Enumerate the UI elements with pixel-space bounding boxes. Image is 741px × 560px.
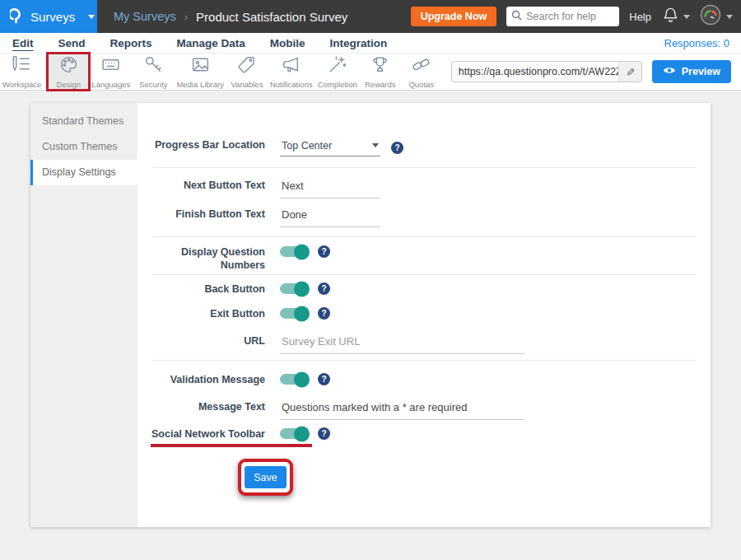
rewards-trophy-icon — [370, 54, 390, 78]
exit-url-label: URL — [137, 334, 265, 348]
toolbar-item-security[interactable]: Security — [133, 54, 174, 90]
product-menu-label: Surveys — [30, 10, 75, 24]
design-settings-card: Standard Themes Custom Themes Display Se… — [30, 103, 711, 527]
help-icon[interactable] — [318, 282, 330, 295]
variables-tag-icon — [236, 54, 257, 78]
section-divider — [152, 236, 696, 237]
help-icon[interactable] — [318, 307, 330, 320]
finish-button-text-row: Finish Button Text — [137, 208, 711, 227]
back-button-row: Back Button — [137, 282, 711, 296]
social-network-toolbar-label: Social Network Toolbar — [137, 427, 265, 441]
display-question-numbers-label: Display Question Numbers — [137, 245, 265, 272]
section-divider — [152, 274, 696, 275]
chevron-down-icon — [88, 15, 95, 19]
chevron-down-icon — [726, 15, 733, 19]
tab-edit[interactable]: Edit — [0, 37, 46, 49]
toggle-knob — [294, 426, 310, 441]
validation-message-label: Validation Message — [137, 373, 265, 386]
toolbar-item-workspace[interactable]: Workspace — [0, 54, 44, 90]
responses-count[interactable]: Responses: 0 — [664, 37, 741, 49]
notifications-bell-button[interactable] — [663, 7, 690, 26]
toolbar-separator — [45, 55, 46, 88]
toggle-knob — [294, 281, 310, 296]
toolbar-item-completion[interactable]: Completion — [315, 54, 360, 90]
tab-send[interactable]: Send — [46, 37, 98, 49]
exit-button-label: Exit Button — [137, 307, 265, 320]
preview-button[interactable]: Preview — [652, 60, 731, 83]
tab-integration[interactable]: Integration — [318, 37, 400, 49]
tab-mobile[interactable]: Mobile — [258, 37, 318, 49]
display-settings-form: Progress Bar Location Top Center Next Bu… — [137, 103, 711, 527]
validation-message-toggle[interactable] — [280, 374, 307, 385]
toggle-knob — [294, 306, 310, 321]
tab-reports[interactable]: Reports — [98, 37, 165, 49]
toolbar-item-label: Variables — [231, 80, 263, 89]
help-icon[interactable] — [318, 245, 330, 258]
toolbar-item-languages[interactable]: Languages — [89, 54, 133, 90]
toolbar-item-variables[interactable]: Variables — [226, 54, 268, 90]
save-button[interactable]: Save — [245, 466, 287, 488]
eye-icon — [663, 66, 676, 77]
toolbar-item-design[interactable]: Design — [48, 54, 89, 90]
bell-icon — [663, 7, 678, 26]
search-icon — [511, 9, 522, 24]
surveys-product-menu[interactable]: Surveys — [0, 0, 97, 33]
avatar-gauge-icon — [700, 4, 721, 29]
section-divider — [152, 167, 696, 168]
annotation-red-box-save: Save — [238, 459, 293, 496]
toolbar-item-rewards[interactable]: Rewards — [360, 54, 401, 90]
sidebar-item-display-settings[interactable]: Display Settings — [30, 160, 137, 185]
message-text-row: Message Text — [137, 400, 711, 420]
finish-button-text-label: Finish Button Text — [137, 208, 265, 221]
progress-bar-location-row: Progress Bar Location Top Center — [137, 138, 711, 156]
exit-url-row: URL — [137, 334, 711, 354]
chevron-down-icon — [372, 143, 379, 147]
sidebar-item-custom-themes[interactable]: Custom Themes — [30, 134, 137, 160]
design-palette-icon — [58, 54, 79, 78]
toolbar-right-group: https://qa.questionpro.com/t/AW22Zcq2J P… — [451, 54, 741, 90]
social-network-toolbar-row: Social Network Toolbar — [137, 427, 711, 441]
exit-url-input[interactable] — [280, 334, 524, 354]
languages-keyboard-icon — [100, 54, 121, 78]
breadcrumb: My Surveys › Product Satisfaction Survey — [114, 10, 347, 24]
help-icon[interactable] — [318, 373, 330, 385]
message-text-input[interactable] — [280, 400, 524, 420]
breadcrumb-separator-icon: › — [184, 11, 188, 23]
toolbar-item-label: Quotas — [408, 80, 434, 89]
quotas-chain-icon — [411, 54, 431, 78]
toolbar-item-quotas[interactable]: Quotas — [401, 54, 442, 90]
tab-manage-data[interactable]: Manage Data — [165, 37, 258, 49]
display-question-numbers-toggle[interactable] — [280, 246, 307, 257]
toolbar-item-notifications[interactable]: Notifications — [268, 54, 315, 90]
back-button-toggle[interactable] — [280, 283, 307, 294]
design-sidebar: Standard Themes Custom Themes Display Se… — [30, 103, 137, 527]
next-button-text-input[interactable] — [280, 179, 380, 198]
next-button-text-label: Next Button Text — [137, 179, 265, 192]
upgrade-now-button[interactable]: Upgrade Now — [411, 7, 497, 26]
toolbar-item-label: Workspace — [2, 80, 41, 89]
sidebar-item-standard-themes[interactable]: Standard Themes — [30, 109, 137, 134]
account-menu-button[interactable] — [700, 4, 733, 29]
progress-bar-location-select[interactable]: Top Center — [280, 138, 380, 156]
toggle-knob — [294, 371, 310, 387]
help-icon[interactable] — [318, 427, 330, 440]
page-title: Product Satisfaction Survey — [196, 10, 347, 24]
survey-url-field[interactable]: https://qa.questionpro.com/t/AW22Zcq2J — [451, 61, 642, 82]
search-input[interactable] — [526, 11, 614, 22]
help-link[interactable]: Help — [629, 11, 651, 23]
breadcrumb-my-surveys[interactable]: My Surveys — [114, 10, 176, 23]
toolbar-item-media-library[interactable]: Media Library — [174, 54, 226, 90]
exit-button-row: Exit Button — [137, 307, 711, 320]
edit-url-pencil-icon[interactable] — [618, 62, 641, 82]
help-icon[interactable] — [391, 142, 403, 154]
toolbar-item-label: Rewards — [365, 80, 396, 89]
completion-wand-icon — [327, 54, 347, 78]
toolbar-item-label: Security — [139, 80, 167, 89]
exit-button-toggle[interactable] — [280, 308, 307, 319]
help-search-box[interactable] — [506, 7, 619, 26]
toggle-knob — [294, 244, 310, 259]
message-text-label: Message Text — [137, 400, 265, 413]
social-network-toolbar-toggle[interactable] — [280, 428, 307, 439]
finish-button-text-input[interactable] — [280, 208, 380, 227]
notifications-megaphone-icon — [281, 54, 301, 78]
